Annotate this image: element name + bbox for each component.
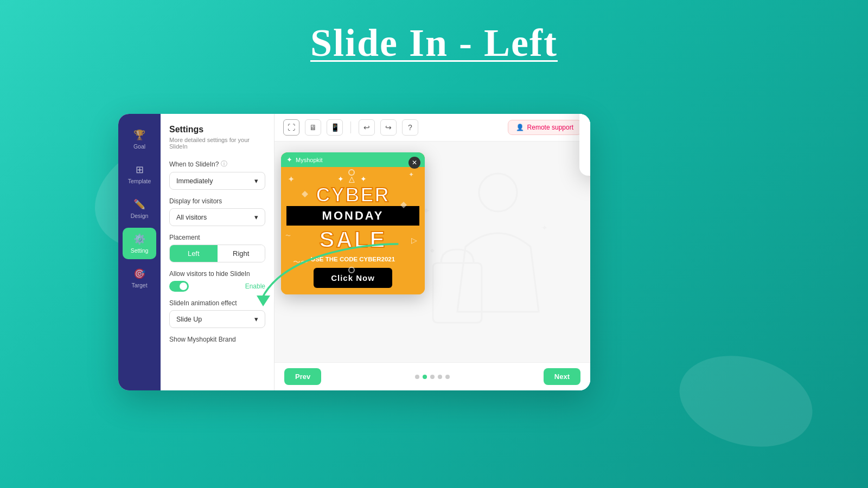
design-icon: ✏️ (133, 198, 145, 210)
main-container: 🏆 Goal ⊞ Template ✏️ Design ⚙️ Setting 🎯… (118, 114, 803, 390)
sidebar-label-setting: Setting (131, 247, 149, 254)
show-brand-label: Show Myshopkit Brand (169, 336, 265, 343)
popup-body: ✦ ✦ 〜 ▷ 〜〜 ✦ △ ✦ (281, 167, 425, 294)
brand-icon: ✦ (286, 156, 292, 164)
slidein-popup: ✦ Myshopkit ✕ ✦ ✦ 〜 (281, 152, 425, 294)
toggle-row: Enable (169, 281, 265, 292)
popup-close-button[interactable]: ✕ (409, 157, 420, 169)
display-visitors-label: Display for visitors (169, 197, 265, 205)
placement-right-btn[interactable]: Right (218, 245, 265, 262)
display-visitors-group: Display for visitors All visitors ▾ (169, 197, 265, 226)
dot-5 (445, 375, 450, 379)
placement-left-btn[interactable]: Left (170, 245, 218, 262)
popup-header: ✦ Myshopkit (281, 152, 425, 167)
dot-2 (423, 375, 427, 379)
placement-label: Placement (169, 234, 265, 241)
popup-brand-name: Myshopkit (296, 157, 323, 163)
placement-row: Left Right (169, 245, 265, 262)
toolbar: ⛶ 🖥 📱 ↩ ↪ ? 👤 Remote support (275, 114, 590, 142)
expand-icon[interactable]: ⛶ (283, 119, 299, 136)
animation-group: SlideIn animation effect Slide Up ▾ (169, 299, 265, 328)
chevron-down-icon: ▾ (254, 177, 258, 185)
bottom-bar: Prev Next (275, 362, 590, 390)
setting-icon: ⚙️ (133, 233, 145, 245)
info-icon-when[interactable]: ⓘ (221, 159, 227, 169)
progress-dots (415, 375, 450, 379)
popup-promo-code: USE THE CODE CYBER2021 (286, 256, 419, 262)
sidebar-label-target: Target (131, 282, 147, 288)
toolbar-separator (350, 121, 351, 133)
when-slidein-group: When to SlideIn? ⓘ Immediately ▾ (169, 159, 265, 190)
click-now-button[interactable]: Click Now (314, 268, 392, 288)
svg-text:✦: ✦ (541, 223, 548, 232)
popup-sale-title: SALE (286, 227, 419, 253)
allow-hide-label: Allow visitors to hide SlideIn (169, 270, 265, 278)
remote-support-button[interactable]: 👤 Remote support (508, 120, 582, 135)
settings-title: Settings (169, 125, 265, 134)
placement-card: Placement Left Right (579, 114, 590, 176)
target-icon: 🎯 (133, 268, 145, 280)
next-button[interactable]: Next (544, 368, 580, 385)
svg-text:◆: ◆ (430, 247, 435, 253)
svg-rect-1 (433, 263, 482, 323)
preview-area: ⛶ 🖥 📱 ↩ ↪ ? 👤 Remote support (275, 114, 590, 390)
goal-icon: 🏆 (133, 129, 145, 141)
chevron-down-icon-3: ▾ (254, 315, 258, 323)
settings-panel: Settings More detailed settings for your… (161, 114, 275, 390)
dot-1 (415, 375, 419, 379)
sidebar-label-goal: Goal (133, 143, 145, 150)
redo-icon[interactable]: ↪ (380, 119, 397, 136)
sidebar: 🏆 Goal ⊞ Template ✏️ Design ⚙️ Setting 🎯… (118, 114, 161, 390)
popup-monday-bar: MONDAY (286, 206, 419, 226)
person-icon: 👤 (516, 124, 524, 131)
sidebar-item-goal[interactable]: 🏆 Goal (123, 124, 156, 155)
desktop-icon[interactable]: 🖥 (305, 119, 321, 136)
preview-canvas: ✦ ✦ ◆ ✦ Myshopkit ✕ (275, 142, 590, 362)
animation-select[interactable]: Slide Up ▾ (169, 310, 265, 328)
when-slidein-select[interactable]: Immediately ▾ (169, 172, 265, 190)
dot-4 (438, 375, 442, 379)
help-icon[interactable]: ? (402, 119, 418, 136)
display-visitors-select[interactable]: All visitors ▾ (169, 208, 265, 226)
placement-group: Placement Left Right (169, 234, 265, 262)
settings-subtitle: More detailed settings for your SlideIn (169, 137, 265, 150)
dot-3 (430, 375, 435, 379)
animation-label: SlideIn animation effect (169, 299, 265, 307)
sidebar-label-design: Design (131, 213, 149, 219)
page-title: Slide In - Left (0, 0, 868, 66)
chevron-down-icon-2: ▾ (254, 213, 258, 221)
when-slidein-label: When to SlideIn? ⓘ (169, 159, 265, 169)
enable-text: Enable (245, 282, 265, 290)
allow-hide-toggle[interactable] (169, 281, 189, 292)
allow-hide-group: Allow visitors to hide SlideIn Enable (169, 270, 265, 292)
app-window: 🏆 Goal ⊞ Template ✏️ Design ⚙️ Setting 🎯… (118, 114, 590, 390)
sidebar-item-template[interactable]: ⊞ Template (123, 158, 156, 190)
sidebar-item-design[interactable]: ✏️ Design (123, 193, 156, 224)
undo-icon[interactable]: ↩ (359, 119, 375, 136)
mobile-icon[interactable]: 📱 (327, 119, 343, 136)
template-icon: ⊞ (136, 164, 144, 176)
svg-point-0 (479, 174, 517, 211)
popup-cyber-title: CYBER (286, 185, 419, 205)
popup-stars: ✦ △ ✦ (286, 175, 419, 183)
prev-button[interactable]: Prev (284, 368, 321, 385)
sidebar-item-setting[interactable]: ⚙️ Setting (123, 228, 156, 259)
sidebar-item-target[interactable]: 🎯 Target (123, 262, 156, 294)
sidebar-label-template: Template (128, 178, 151, 184)
